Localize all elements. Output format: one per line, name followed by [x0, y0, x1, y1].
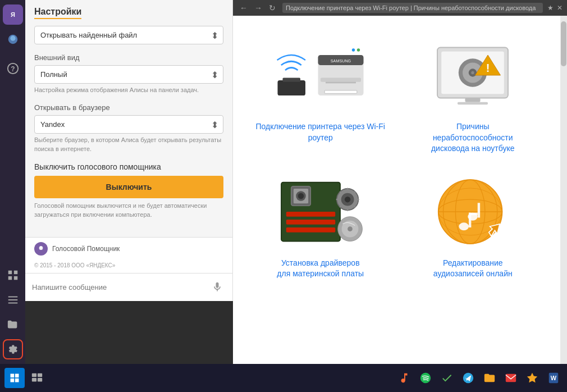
url-text: Подключение принтера через Wi-Fi роутер …: [286, 4, 536, 11]
disable-section: Выключить голосового помощника Выключить…: [34, 162, 223, 219]
alice-header: Настройки: [25, 0, 232, 26]
svg-text:SAMSUNG: SAMSUNG: [331, 58, 351, 63]
content-area: SAMSUNG П: [233, 16, 560, 364]
svg-rect-22: [324, 90, 357, 93]
drivers-link[interactable]: Установка драйверовдля материнской платы: [277, 258, 364, 280]
appearance-section: Внешний вид Полный ⬍ Настройка режима от…: [34, 53, 223, 94]
svg-rect-36: [286, 212, 336, 217]
svg-rect-37: [286, 220, 336, 225]
alice-copyright: © 2015 - 2018 ООО «ЯНДЕКС»: [25, 260, 232, 273]
sidebar-bottom: [3, 265, 23, 359]
browser-select-wrapper[interactable]: Yandex ⬍: [34, 115, 223, 134]
header-actions: ★ ✕: [547, 4, 563, 12]
appearance-label: Внешний вид: [34, 53, 223, 62]
files-icon[interactable]: [481, 369, 499, 387]
open-file-select[interactable]: Открывать найденный файл: [35, 26, 223, 44]
settings-title: Настройки: [34, 7, 81, 19]
back-button[interactable]: ←: [237, 2, 250, 13]
app-container: Я ?: [0, 0, 567, 364]
disable-button[interactable]: Выключить: [34, 176, 223, 198]
svg-rect-9: [13, 276, 17, 280]
checkmark-icon[interactable]: [438, 369, 456, 387]
svg-rect-10: [8, 297, 17, 298]
svg-rect-11: [8, 299, 17, 300]
svg-rect-34: [458, 102, 488, 105]
spotify-icon[interactable]: [417, 369, 435, 387]
taskbar: W: [0, 364, 567, 392]
telegram-icon[interactable]: [459, 369, 477, 387]
right-panel: ← → ↻ Подключение принтера через Wi-Fi р…: [233, 0, 567, 364]
svg-rect-16: [282, 78, 300, 82]
sidebar-settings[interactable]: [3, 339, 23, 359]
alice-content: Открывать найденный файл ⬍ Внешний вид П…: [25, 26, 232, 237]
appearance-select[interactable]: Полный: [35, 66, 223, 83]
sidebar-menu[interactable]: [3, 290, 23, 310]
url-bar[interactable]: Подключение принтера через Wi-Fi роутер …: [282, 3, 543, 13]
svg-text:?: ?: [11, 65, 15, 73]
alice-footer-name: Голосовой Помощник: [52, 245, 120, 253]
mic-button[interactable]: [209, 279, 226, 295]
audio-link[interactable]: Редактированиеаудиозаписей онлайн: [433, 258, 513, 280]
content-wrapper: SAMSUNG П: [233, 16, 567, 364]
forward-button[interactable]: →: [252, 2, 264, 13]
bookmark-button[interactable]: ★: [547, 4, 554, 12]
svg-rect-67: [38, 373, 42, 377]
scrollbar-track[interactable]: [560, 16, 567, 364]
sidebar-folder[interactable]: [3, 314, 23, 335]
content-item-audio[interactable]: Редактированиеаудиозаписей онлайн: [397, 163, 550, 289]
svg-text:W: W: [551, 375, 557, 381]
svg-rect-66: [32, 373, 36, 377]
svg-rect-6: [8, 271, 11, 274]
svg-point-14: [40, 246, 42, 248]
svg-rect-65: [15, 379, 19, 382]
sidebar-help[interactable]: ?: [3, 58, 23, 79]
appearance-note: Настройка режима отображения Алисы на па…: [34, 86, 223, 94]
word-icon[interactable]: W: [545, 369, 563, 387]
svg-marker-61: [489, 224, 500, 236]
browser-note: Выберите браузер, в котором Алиса будет …: [34, 136, 223, 153]
open-file-select-wrapper[interactable]: Открывать найденный файл ⬍: [34, 26, 223, 44]
sidebar-logo[interactable]: Я: [3, 4, 23, 25]
sidebar-alice[interactable]: [3, 29, 23, 49]
alice-footer: Голосовой Помощник: [25, 237, 232, 260]
svg-point-45: [345, 197, 351, 203]
svg-text:Я: Я: [11, 11, 15, 18]
svg-rect-33: [465, 98, 481, 102]
start-button[interactable]: [4, 368, 25, 388]
alice-avatar: [34, 242, 48, 256]
browser-select[interactable]: Yandex: [35, 116, 223, 133]
input-bar: [25, 273, 232, 301]
audio-image: [422, 172, 523, 251]
content-item-drivers[interactable]: Установка драйверовдля материнской платы: [244, 163, 397, 289]
message-input[interactable]: [32, 283, 204, 291]
appearance-select-wrapper[interactable]: Полный ⬍: [34, 65, 223, 84]
svg-rect-69: [38, 378, 42, 381]
svg-rect-15: [277, 80, 305, 95]
disk-image: !: [422, 36, 523, 115]
svg-point-23: [357, 48, 360, 51]
svg-rect-72: [506, 374, 516, 382]
disk-link[interactable]: Причинынеработоспособностидисковода на н…: [431, 121, 515, 154]
refresh-button[interactable]: ↻: [267, 2, 278, 13]
disable-note: Голосовой помощник выключится и не будет…: [34, 202, 223, 219]
scrollbar-thumb[interactable]: [561, 21, 566, 66]
sidebar-grid[interactable]: [3, 265, 23, 285]
printer-link[interactable]: Подключение принтера через Wi-Fi роутер: [253, 121, 388, 143]
content-item-printer[interactable]: SAMSUNG П: [244, 27, 397, 163]
printer-image: SAMSUNG: [270, 36, 371, 115]
svg-point-30: [472, 71, 474, 74]
browser-label: Открывать в браузере: [34, 103, 223, 112]
disable-title: Выключить голосового помощника: [34, 162, 223, 171]
mail-icon[interactable]: [502, 369, 520, 387]
svg-point-42: [298, 193, 304, 199]
close-button[interactable]: ✕: [557, 4, 563, 12]
content-item-disk[interactable]: ! Причинынеработоспособностидисковода на…: [397, 27, 550, 163]
browser-section: Открывать в браузере Yandex ⬍ Выберите б…: [34, 103, 223, 153]
music-icon[interactable]: [395, 369, 413, 387]
svg-point-24: [352, 48, 355, 51]
taskview-button[interactable]: [28, 369, 46, 387]
svg-rect-38: [286, 227, 336, 233]
sidebar: Я ?: [0, 0, 25, 364]
alice-settings: Настройки Открывать найденный файл ⬍ Вне…: [25, 0, 233, 301]
star-icon[interactable]: [523, 369, 541, 387]
